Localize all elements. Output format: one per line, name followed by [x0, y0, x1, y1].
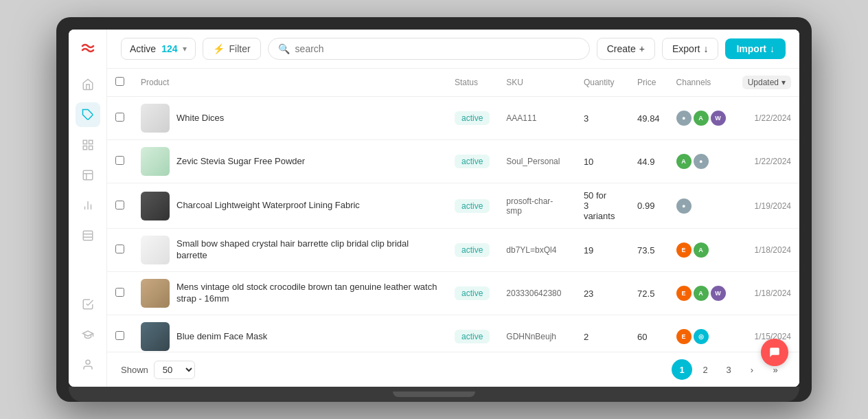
- chat-fab-button[interactable]: [761, 339, 788, 366]
- price-cell: 49.84: [629, 97, 668, 140]
- filter-label: Filter: [229, 43, 250, 54]
- status-badge: active: [455, 111, 490, 125]
- sidebar-item-layout[interactable]: [76, 223, 100, 248]
- table-row: Blue denim Face Mask activeGDHNnBeujh260…: [107, 315, 799, 352]
- price-cell: 60: [629, 315, 668, 352]
- product-cell: Charcoal Lightweight Waterproof Lining F…: [141, 192, 438, 220]
- shown-area: Shown 50 10 25 100: [121, 361, 195, 379]
- channel-icon-amazon: A: [694, 242, 709, 258]
- products-table-container: Product Status SKU Quantity Price Channe…: [107, 69, 799, 352]
- row-checkbox-6[interactable]: [115, 331, 124, 340]
- search-box: 🔍: [268, 38, 590, 60]
- page-1-button[interactable]: 1: [672, 359, 692, 380]
- col-updated[interactable]: Updated ▾: [734, 69, 799, 97]
- channels-cell: ●AW: [668, 97, 734, 140]
- product-cell: Mens vintage old stock crocodile brown t…: [141, 279, 438, 308]
- product-cell: White Dices: [141, 104, 438, 133]
- quantity-cell: 10: [575, 140, 629, 183]
- channels-cell: ●: [668, 183, 734, 229]
- sidebar-item-analytics[interactable]: [76, 193, 100, 218]
- toolbar: Active 124 ▾ ⚡ Filter 🔍 Create +: [107, 30, 799, 69]
- col-channels: Channels: [668, 69, 734, 97]
- import-icon: ↓: [770, 43, 775, 54]
- row-checkbox-3[interactable]: [115, 201, 124, 210]
- sidebar: [69, 30, 107, 387]
- channel-icons: ●: [676, 199, 726, 214]
- sidebar-item-tasks[interactable]: [76, 292, 100, 317]
- sku-cell: Soul_Personal: [498, 140, 575, 183]
- svg-rect-5: [83, 170, 93, 180]
- shown-select[interactable]: 50 10 25 100: [154, 361, 195, 379]
- export-icon: ↓: [703, 43, 708, 54]
- product-thumbnail: [141, 322, 170, 351]
- channels-cell: EA: [668, 229, 734, 272]
- shown-label: Shown: [121, 365, 148, 375]
- channel-icon-amazon: A: [694, 286, 709, 301]
- sku-cell: prosoft-char-smp: [498, 183, 575, 229]
- row-checkbox-1[interactable]: [115, 113, 124, 122]
- filter-button[interactable]: ⚡ Filter: [203, 38, 260, 60]
- product-thumbnail: [141, 279, 170, 308]
- svg-point-14: [86, 360, 90, 364]
- price-cell: 44.9: [629, 140, 668, 183]
- channel-icons: EAW: [676, 286, 726, 301]
- channel-icon-amazon: A: [676, 154, 692, 169]
- updated-cell: 1/18/2024: [734, 229, 799, 272]
- table-row: Small bow shaped crystal hair barrette c…: [107, 229, 799, 272]
- channel-icons: E◎: [676, 329, 726, 344]
- next-page-button[interactable]: ›: [742, 359, 762, 380]
- col-product: Product: [133, 69, 446, 97]
- sidebar-item-profile[interactable]: [76, 352, 100, 377]
- page-3-button[interactable]: 3: [718, 359, 739, 380]
- sidebar-item-grid[interactable]: [76, 133, 100, 157]
- channel-icon-woo: W: [711, 111, 726, 126]
- page-2-button[interactable]: 2: [695, 359, 716, 380]
- product-name: Mens vintage old stock crocodile brown t…: [176, 282, 438, 305]
- sidebar-item-home[interactable]: [76, 72, 100, 97]
- table-row: Mens vintage old stock crocodile brown t…: [107, 272, 799, 315]
- col-sku: SKU: [498, 69, 575, 97]
- sidebar-item-education[interactable]: [76, 322, 100, 347]
- row-checkbox-4[interactable]: [115, 245, 124, 253]
- status-badge: active: [455, 243, 490, 257]
- sidebar-item-orders[interactable]: [76, 163, 100, 188]
- quantity-cell: 3: [575, 97, 629, 140]
- product-count: 124: [161, 43, 177, 54]
- channel-icon-gray: ●: [694, 154, 709, 169]
- import-button[interactable]: Import ↓: [725, 38, 786, 59]
- search-icon: 🔍: [278, 43, 290, 54]
- status-filter-dropdown[interactable]: Active 124 ▾: [121, 38, 196, 60]
- sku-cell: db7YL=bxQl4: [498, 229, 575, 272]
- col-quantity: Quantity: [575, 69, 629, 97]
- svg-rect-1: [83, 140, 87, 144]
- channels-cell: EAW: [668, 272, 734, 315]
- product-name: White Dices: [176, 113, 224, 124]
- product-cell: Small bow shaped crystal hair barrette c…: [141, 236, 438, 264]
- status-badge: active: [455, 199, 490, 213]
- row-checkbox-5[interactable]: [115, 288, 124, 297]
- search-input[interactable]: [295, 43, 580, 54]
- updated-cell: 1/22/2024: [734, 97, 799, 140]
- quantity-cell: 19: [575, 229, 629, 272]
- app-logo: [77, 39, 99, 61]
- create-button[interactable]: Create +: [597, 38, 655, 60]
- sort-icon: ▾: [781, 78, 786, 87]
- table-row: Charcoal Lightweight Waterproof Lining F…: [107, 183, 799, 229]
- select-all-checkbox[interactable]: [115, 77, 124, 86]
- export-button[interactable]: Export ↓: [662, 38, 718, 60]
- row-checkbox-2[interactable]: [115, 156, 124, 165]
- updated-sort-badge[interactable]: Updated ▾: [742, 76, 791, 89]
- table-row: White Dices activeAAA111349.84●AW1/22/20…: [107, 97, 799, 140]
- sidebar-item-products[interactable]: [76, 102, 100, 127]
- col-status: Status: [446, 69, 498, 97]
- channels-cell: A●: [668, 140, 734, 183]
- channel-icons: EA: [676, 242, 726, 258]
- updated-cell: 1/19/2024: [734, 183, 799, 229]
- main-content: Active 124 ▾ ⚡ Filter 🔍 Create +: [107, 30, 799, 387]
- price-cell: 73.5: [629, 229, 668, 272]
- updated-cell: 1/22/2024: [734, 140, 799, 183]
- product-name: Zevic Stevia Sugar Free Powder: [176, 156, 305, 168]
- svg-rect-2: [89, 140, 92, 144]
- table-header-row: Product Status SKU Quantity Price Channe…: [107, 69, 799, 97]
- quantity-cell: 23: [575, 272, 629, 315]
